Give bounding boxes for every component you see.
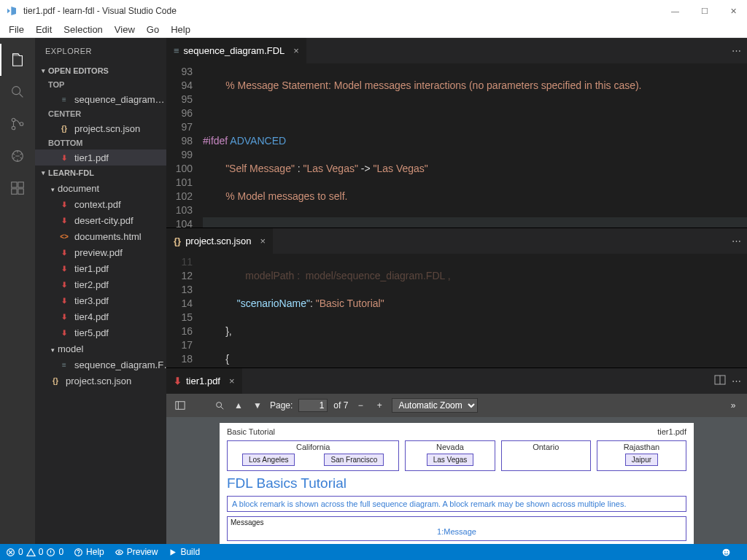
maximize-button[interactable]: ☐ [697, 4, 713, 19]
pdf-icon: ⬇ [58, 214, 70, 226]
folder-model[interactable]: model [35, 341, 166, 357]
editor-body-fdl[interactable]: 93949596979899100101102103104 % Message … [166, 63, 747, 228]
status-preview[interactable]: Preview [115, 547, 158, 557]
file-project-json[interactable]: {}project.scn.json [35, 373, 166, 389]
svg-rect-10 [176, 402, 185, 410]
search-icon[interactable] [213, 399, 226, 412]
zoom-select[interactable]: Automatic Zoom [392, 398, 478, 413]
activity-extensions-icon[interactable] [0, 172, 35, 204]
editor-body-json[interactable]: 111213141516171819 modelPath : model/seq… [166, 254, 747, 368]
editors-group-top: TOP [35, 78, 166, 91]
editor-pane-center: {} project.scn.json × ⋯ 1112131415161718… [166, 228, 747, 368]
svg-point-11 [217, 402, 222, 408]
pdf-icon: ⬇ [58, 262, 70, 274]
json-icon: {} [50, 375, 61, 386]
editor-area: ≡ sequence_diagram.FDL × ⋯ 9394959697989… [166, 38, 747, 544]
folder-document[interactable]: document [35, 180, 166, 196]
close-button[interactable]: ✕ [726, 4, 741, 19]
open-editor-pdf[interactable]: ⬇tier1.pdf [35, 149, 166, 166]
actor-jp: Jaipur [625, 454, 658, 466]
open-editors-header[interactable]: ▾OPEN EDITORS [35, 63, 166, 78]
window-title: tier1.pdf - learn-fdl - Visual Studio Co… [23, 6, 667, 16]
menu-bar: File Edit Selection View Go Help [0, 22, 747, 38]
menu-file[interactable]: File [3, 23, 30, 36]
zoom-in-icon[interactable]: + [373, 399, 386, 412]
tabs-center: {} project.scn.json × ⋯ [166, 228, 747, 254]
menu-selection[interactable]: Selection [58, 23, 108, 36]
pdf-toolbar: ▲ ▼ Page: of 7 − + Automatic Zoom » [166, 394, 747, 417]
activity-search-icon[interactable] [0, 76, 35, 108]
pdf-icon: ⬇ [58, 295, 70, 306]
more-icon[interactable]: ⋯ [732, 45, 741, 56]
pdf-icon: ⬇ [58, 279, 70, 290]
file-tier2-pdf[interactable]: ⬇tier2.pdf [35, 276, 166, 292]
message-1: 1:Message [232, 527, 681, 536]
file-documents-html[interactable]: <>documents.html [35, 228, 166, 244]
tab-label: project.scn.json [185, 236, 251, 246]
more-icon[interactable]: ⋯ [732, 236, 741, 246]
code-content[interactable]: modelPath : model/sequence_diagram.FDL ,… [203, 254, 747, 368]
line-gutter: 111213141516171819 [166, 254, 203, 368]
menu-view[interactable]: View [109, 23, 141, 36]
activity-explorer-icon[interactable] [0, 44, 35, 76]
file-tier3-pdf[interactable]: ⬇tier3.pdf [35, 292, 166, 308]
minimize-button[interactable]: — [667, 4, 684, 19]
open-editor-seq[interactable]: ≡sequence_diagram… [35, 91, 166, 107]
prev-page-icon[interactable]: ▲ [232, 399, 245, 412]
tab-seq-fdl[interactable]: ≡ sequence_diagram.FDL × [166, 38, 307, 63]
messages-label: Messages [231, 518, 264, 526]
html-icon: <> [58, 230, 70, 242]
close-icon[interactable]: × [293, 45, 299, 56]
svg-rect-6 [18, 182, 23, 187]
close-icon[interactable]: × [260, 236, 266, 246]
menu-go[interactable]: Go [141, 23, 165, 36]
svg-rect-8 [18, 189, 23, 194]
editors-group-bottom: BOTTOM [35, 136, 166, 149]
explorer-title: EXPLORER [35, 38, 166, 63]
pdf-icon: ⬇ [58, 327, 70, 338]
file-preview-pdf[interactable]: ⬇preview.pdf [35, 244, 166, 260]
window-titlebar: tier1.pdf - learn-fdl - Visual Studio Co… [0, 0, 747, 22]
open-editor-json[interactable]: {}project.scn.json [35, 120, 166, 136]
next-page-icon[interactable]: ▼ [251, 399, 264, 412]
file-tier5-pdf[interactable]: ⬇tier5.pdf [35, 324, 166, 341]
tab-tier1-pdf[interactable]: ⬇ tier1.pdf × [166, 368, 243, 394]
tabs-bottom: ⬇ tier1.pdf × ⋯ [166, 368, 747, 394]
status-build[interactable]: Build [168, 547, 200, 557]
tab-label: sequence_diagram.FDL [184, 45, 285, 56]
project-root-header[interactable]: ▾LEARN-FDL [35, 166, 166, 180]
file-desert-pdf[interactable]: ⬇desert-city.pdf [35, 212, 166, 228]
close-icon[interactable]: × [229, 376, 235, 386]
group-rajasthan: Rajasthan [600, 443, 683, 451]
page-number-input[interactable] [298, 399, 328, 412]
code-content[interactable]: % Message Statement: Model messages inte… [203, 63, 747, 228]
file-lines-icon: ≡ [58, 359, 70, 370]
activity-scm-icon[interactable] [0, 108, 35, 140]
more-icon[interactable]: ⋯ [732, 376, 741, 386]
pdf-page: Basic Tutorial tier1.pdf California Los … [220, 423, 694, 544]
actor-lv: Las Vegas [427, 454, 474, 466]
file-seq-fdl[interactable]: ≡sequence_diagram.F… [35, 357, 166, 373]
zoom-out-icon[interactable]: − [354, 399, 367, 412]
split-editor-icon[interactable] [714, 374, 726, 388]
sidebar-toggle-icon[interactable] [174, 399, 187, 412]
pdf-icon: ⬇ [58, 246, 70, 258]
file-tier1-pdf[interactable]: ⬇tier1.pdf [35, 260, 166, 276]
pdf-icon: ⬇ [174, 376, 182, 386]
pdf-viewport[interactable]: Basic Tutorial tier1.pdf California Los … [166, 417, 747, 544]
menu-edit[interactable]: Edit [30, 23, 58, 36]
status-feedback-icon[interactable] [721, 548, 731, 557]
tab-project-json[interactable]: {} project.scn.json × [166, 228, 274, 254]
status-help[interactable]: Help [74, 547, 104, 557]
file-context-pdf[interactable]: ⬇context.pdf [35, 196, 166, 212]
file-lines-icon: ≡ [174, 45, 179, 56]
file-tier4-pdf[interactable]: ⬇tier4.pdf [35, 308, 166, 324]
activity-debug-icon[interactable] [0, 140, 35, 172]
pdf-remark-block: A block remark is shown across the full … [227, 496, 686, 512]
status-problems[interactable]: 0 0 0 [6, 547, 63, 557]
tabs-top: ≡ sequence_diagram.FDL × ⋯ [166, 38, 747, 63]
editor-pane-top: ≡ sequence_diagram.FDL × ⋯ 9394959697989… [166, 38, 747, 228]
actor-sf: San Francisco [324, 454, 384, 466]
menu-help[interactable]: Help [165, 23, 196, 36]
tools-icon[interactable]: » [727, 399, 740, 412]
